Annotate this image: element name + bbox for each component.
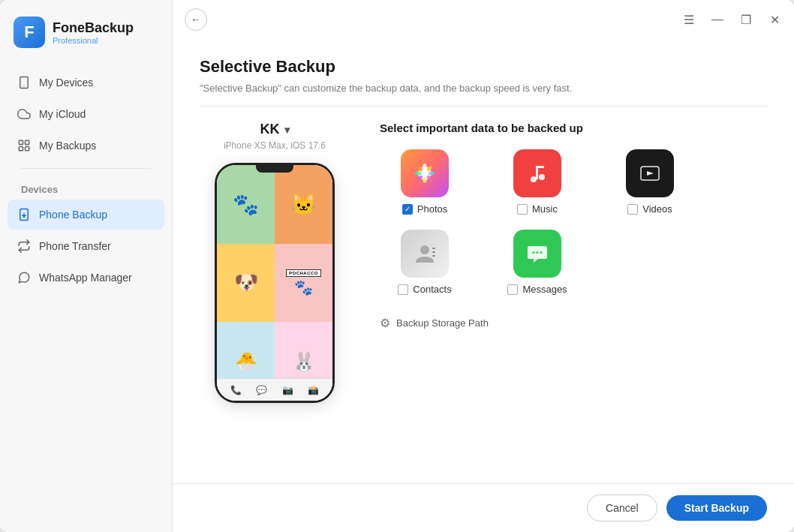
- device-name: KK: [260, 122, 280, 137]
- svg-rect-5: [26, 147, 29, 151]
- videos-checkbox[interactable]: [627, 204, 638, 215]
- menu-button[interactable]: ☰: [681, 12, 696, 27]
- transfer-icon: [17, 239, 32, 254]
- svg-rect-21: [536, 166, 544, 168]
- data-item-videos: Videos: [605, 149, 695, 215]
- messages-icon: [513, 230, 561, 278]
- photos-label-row: Photos: [402, 203, 447, 215]
- contacts-label-row: Contacts: [398, 284, 451, 295]
- sidebar-nav: My Devices My iCloud: [0, 62, 172, 299]
- device-selector[interactable]: KK ▾: [260, 122, 290, 137]
- svg-point-12: [429, 172, 435, 176]
- cancel-button[interactable]: Cancel: [587, 494, 657, 521]
- svg-rect-3: [26, 140, 29, 144]
- photos-checkbox[interactable]: [402, 204, 413, 215]
- device-model: iPhone XS Max, iOS 17.6: [224, 140, 326, 151]
- title-bar: ← ☰ — ❐ ✕: [173, 0, 794, 39]
- app-window: F FoneBackup Professional My Devices: [0, 0, 794, 532]
- videos-label-row: Videos: [627, 203, 672, 215]
- svg-point-28: [540, 251, 543, 254]
- phone-bottom-bar: 📞 💬 📷 📸: [217, 378, 332, 401]
- data-item-messages: Messages: [492, 230, 582, 295]
- photos-icon: [401, 149, 449, 197]
- close-button[interactable]: ✕: [767, 12, 782, 27]
- section-divider: [200, 106, 767, 107]
- svg-point-27: [537, 251, 539, 254]
- sidebar-item-my-backups[interactable]: My Backups: [8, 131, 164, 161]
- sidebar-item-label: My Backups: [39, 140, 96, 152]
- start-backup-button[interactable]: Start Backup: [666, 495, 767, 521]
- page-body: Selective Backup "Selective Backup" can …: [173, 39, 794, 483]
- sidebar-item-phone-transfer[interactable]: Phone Transfer: [8, 231, 164, 261]
- tv-icon: [626, 149, 674, 197]
- phone-notch: [256, 165, 293, 173]
- phone-cell-3: 🐶: [217, 244, 275, 323]
- content-row: KK ▾ iPhone XS Max, iOS 17.6 🐾: [200, 122, 767, 465]
- app-name: FoneBackup: [53, 20, 134, 36]
- sidebar: F FoneBackup Professional My Devices: [0, 0, 173, 532]
- sidebar-item-whatsapp-manager[interactable]: WhatsApp Manager: [8, 263, 164, 293]
- data-grid: Photos: [380, 149, 767, 295]
- phone-area: KK ▾ iPhone XS Max, iOS 17.6 🐾: [200, 122, 350, 465]
- maximize-button[interactable]: ❐: [738, 12, 753, 27]
- cloud-icon: [17, 107, 32, 122]
- sidebar-item-phone-backup[interactable]: Phone Backup: [8, 200, 164, 230]
- music-label-row: Music: [517, 203, 558, 215]
- sidebar-item-label: Phone Transfer: [39, 240, 111, 252]
- back-button[interactable]: ←: [185, 8, 207, 31]
- storage-path-label: Backup Storage Path: [396, 317, 489, 329]
- backups-icon: [17, 138, 32, 153]
- music-checkbox[interactable]: [517, 204, 528, 215]
- svg-rect-4: [19, 147, 23, 151]
- messages-label: Messages: [522, 284, 567, 295]
- gear-icon: ⚙: [380, 316, 390, 330]
- svg-point-19: [539, 174, 545, 180]
- phone-cell-2: 🐱: [275, 165, 332, 244]
- svg-point-22: [420, 245, 429, 254]
- sidebar-divider: [21, 168, 151, 169]
- logo-text: FoneBackup Professional: [53, 20, 134, 45]
- svg-point-9: [423, 172, 426, 175]
- phone-mockup: 🐾 🐱 🐶 POCHACCO: [215, 163, 335, 403]
- contacts-icon: [401, 230, 449, 278]
- main-content: ← ☰ — ❐ ✕ Selective Backup "Selective Ba…: [173, 0, 794, 532]
- page-title: Selective Backup: [200, 57, 767, 77]
- phone-cell-4: POCHACCO 🐾: [275, 244, 332, 323]
- sidebar-item-label: My iCloud: [39, 108, 86, 120]
- svg-rect-2: [19, 140, 23, 144]
- back-arrow-icon: ←: [191, 14, 201, 26]
- svg-rect-23: [432, 248, 435, 249]
- sidebar-item-my-icloud[interactable]: My iCloud: [8, 99, 164, 129]
- messages-checkbox[interactable]: [507, 284, 518, 295]
- page-subtitle: "Selective Backup" can customize the bac…: [200, 83, 767, 94]
- videos-label: Videos: [642, 203, 672, 215]
- phone-backup-icon: [17, 207, 32, 222]
- app-badge: Professional: [53, 36, 134, 45]
- data-item-photos: Photos: [380, 149, 470, 215]
- data-select-area: Select important data to be backed up: [380, 122, 767, 465]
- chevron-down-icon: ▾: [284, 124, 290, 136]
- messages-label-row: Messages: [507, 284, 567, 295]
- whatsapp-icon: [17, 270, 32, 285]
- music-label: Music: [532, 203, 558, 215]
- sidebar-item-label: Phone Backup: [39, 209, 107, 221]
- svg-point-14: [423, 177, 427, 183]
- sidebar-item-label: WhatsApp Manager: [39, 272, 132, 284]
- data-item-contacts: Contacts: [380, 230, 470, 295]
- photos-label: Photos: [417, 203, 447, 215]
- devices-section-label: Devices: [8, 176, 164, 198]
- title-bar-left: ←: [185, 8, 207, 31]
- data-select-title: Select important data to be backed up: [380, 122, 767, 134]
- sidebar-item-my-devices[interactable]: My Devices: [8, 68, 164, 98]
- minimize-button[interactable]: —: [710, 12, 725, 27]
- music-icon: [513, 149, 561, 197]
- window-controls: ☰ — ❐ ✕: [681, 12, 782, 27]
- data-item-music: Music: [492, 149, 582, 215]
- svg-point-18: [531, 176, 537, 182]
- sidebar-item-label: My Devices: [39, 77, 93, 89]
- logo-icon: F: [14, 17, 45, 48]
- contacts-checkbox[interactable]: [398, 284, 408, 295]
- contacts-label: Contacts: [413, 284, 451, 295]
- backup-storage-path[interactable]: ⚙ Backup Storage Path: [380, 316, 767, 330]
- svg-rect-25: [432, 255, 435, 257]
